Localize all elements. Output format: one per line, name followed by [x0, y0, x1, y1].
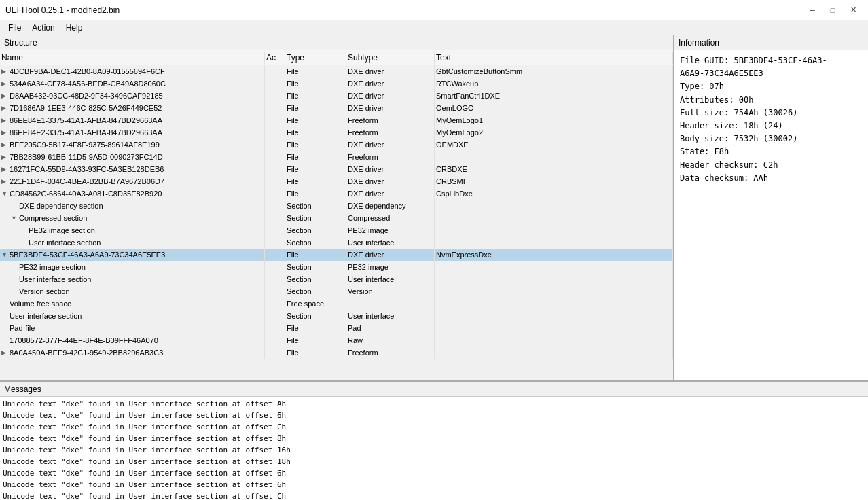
cell-text: OEMDXE	[435, 139, 673, 151]
cell-name: ▶ 4DCBF9BA-DEC1-42B0-8A09-01555694F6CF	[0, 65, 265, 77]
expand-icon[interactable]: ▶	[1, 117, 8, 124]
table-row[interactable]: ▶ 7BB28B99-61BB-11D5-9A5D-0090273FC14D F…	[0, 151, 673, 163]
cell-ac	[265, 249, 285, 261]
message-line: Unicode text "dxe" found in User interfa…	[3, 444, 865, 456]
table-row[interactable]: User interface section Section User inte…	[0, 236, 673, 249]
table-row[interactable]: ▶ 4DCBF9BA-DEC1-42B0-8A09-01555694F6CF F…	[0, 65, 673, 77]
cell-type: File	[285, 114, 346, 126]
maximize-button[interactable]: □	[823, 4, 842, 16]
table-row[interactable]: ▶ 86EE84E1-3375-41A1-AFBA-847BD29663AA F…	[0, 114, 673, 126]
cell-text: SmartFanCtrl1DXE	[435, 90, 673, 102]
cell-type: Section	[285, 224, 346, 236]
table-row[interactable]: ▼ CD84562C-6864-40A3-A081-C8D35E82B920 F…	[0, 188, 673, 200]
messages-content[interactable]: Unicode text "dxe" found in User interfa…	[0, 397, 868, 500]
cell-name: ▼ Compressed section	[0, 212, 265, 224]
expand-icon[interactable]: ▶	[1, 154, 8, 160]
info-line: A6A9-73C34A6E5EE3	[680, 67, 863, 80]
cell-ac	[265, 236, 285, 249]
expand-icon[interactable]: ▶	[1, 80, 8, 87]
table-row[interactable]: 17088572-377F-44EF-8F4E-B09FFF46A070 Fil…	[0, 334, 673, 346]
cell-subtype: Freeform	[346, 346, 435, 359]
cell-name: ▶ 16271FCA-55D9-4A33-93FC-5A3EB128DEB6	[0, 163, 265, 175]
cell-type: File	[285, 65, 346, 77]
table-row[interactable]: ▶ 86EE84E2-3375-41A1-AFBA-847BD29663AA F…	[0, 126, 673, 139]
expand-icon[interactable]: ▶	[1, 68, 8, 75]
expand-icon[interactable]: ▶	[1, 141, 8, 148]
table-row[interactable]: ▶ 221F1D4F-034C-4BEA-B2BB-B7A9672B06D7 F…	[0, 175, 673, 188]
cell-name: Volume free space	[0, 298, 265, 310]
cell-name: ▶ 221F1D4F-034C-4BEA-B2BB-B7A9672B06D7	[0, 175, 265, 188]
table-row[interactable]: ▶ D8AAB432-93CC-48D2-9F34-3496CAF92185 F…	[0, 90, 673, 102]
table-row[interactable]: User interface section Section User inte…	[0, 310, 673, 322]
cell-type: File	[285, 334, 346, 346]
menu-file[interactable]: File	[3, 20, 26, 35]
info-line: Header checksum: C2h	[680, 159, 863, 172]
cell-type: Section	[285, 261, 346, 273]
table-row[interactable]: PE32 image section Section PE32 image	[0, 261, 673, 273]
table-row[interactable]: ▶ 534A6A34-CF78-4A56-BEDB-CB49A8D8060C F…	[0, 77, 673, 90]
expand-icon[interactable]: ▶	[1, 349, 8, 356]
cell-text	[435, 236, 673, 249]
cell-name: PE32 image section	[0, 261, 265, 273]
expand-icon[interactable]: ▼	[1, 190, 8, 197]
minimize-button[interactable]: ─	[803, 4, 822, 16]
table-row[interactable]: ▼ 5BE3BDF4-53CF-46A3-A6A9-73C34A6E5EE3 F…	[0, 249, 673, 261]
table-row[interactable]: User interface section Section User inte…	[0, 273, 673, 285]
expand-icon[interactable]: ▶	[1, 178, 8, 185]
cell-text	[435, 298, 673, 310]
col-header-text: Text	[435, 52, 673, 64]
cell-text: RTCWakeup	[435, 77, 673, 90]
table-row[interactable]: Version section Section Version	[0, 285, 673, 298]
cell-text	[435, 310, 673, 322]
cell-type: Section	[285, 200, 346, 212]
info-line: State: F8h	[680, 145, 863, 158]
cell-name: ▶ 7BB28B99-61BB-11D5-9A5D-0090273FC14D	[0, 151, 265, 163]
table-row[interactable]: ▶ 16271FCA-55D9-4A33-93FC-5A3EB128DEB6 F…	[0, 163, 673, 175]
table-row[interactable]: ▶ 7D1686A9-1EE3-446C-825C-5A26F449CE52 F…	[0, 102, 673, 114]
expand-icon[interactable]: ▼	[11, 215, 18, 221]
info-line: Type: 07h	[680, 80, 863, 93]
cell-subtype: Compressed	[346, 212, 435, 224]
table-row[interactable]: ▶ 8A0A450A-BEE9-42C1-9549-2BB8296AB3C3 F…	[0, 346, 673, 359]
cell-text: CRBSMI	[435, 175, 673, 188]
cell-name: 17088572-377F-44EF-8F4E-B09FFF46A070	[0, 334, 265, 346]
structure-header: Structure	[0, 35, 673, 50]
menu-bar: File Action Help	[0, 20, 868, 35]
table-row[interactable]: ▶ BFE205C9-5B17-4F8F-9375-89614AF8E199 F…	[0, 139, 673, 151]
menu-help[interactable]: Help	[60, 20, 88, 35]
message-line: Unicode text "dxe" found in User interfa…	[3, 467, 865, 479]
cell-type: File	[285, 346, 346, 359]
cell-text	[435, 322, 673, 334]
cell-subtype: DXE driver	[346, 163, 435, 175]
info-line: Header size: 18h (24)	[680, 120, 863, 132]
info-line: Attributes: 00h	[680, 94, 863, 107]
tree-scroll[interactable]: ▶ 4DCBF9BA-DEC1-42B0-8A09-01555694F6CF F…	[0, 65, 673, 380]
table-row[interactable]: Pad-file File Pad	[0, 322, 673, 334]
expand-icon[interactable]: ▼	[1, 251, 8, 258]
close-button[interactable]: ✕	[844, 4, 863, 16]
title-bar: UEFITool 0.25.1 - modified2.bin ─ □ ✕	[0, 0, 868, 20]
cell-ac	[265, 102, 285, 114]
cell-name: ▶ 86EE84E1-3375-41A1-AFBA-847BD29663AA	[0, 114, 265, 126]
info-line: Body size: 7532h (30002)	[680, 132, 863, 145]
table-row[interactable]: ▼ Compressed section Section Compressed	[0, 212, 673, 224]
table-row[interactable]: PE32 image section Section PE32 image	[0, 224, 673, 236]
info-line: Full size: 754Ah (30026)	[680, 107, 863, 120]
table-row[interactable]: Volume free space Free space	[0, 298, 673, 310]
expand-icon[interactable]: ▶	[1, 105, 8, 111]
info-content: File GUID: 5BE3BDF4-53CF-46A3-A6A9-73C34…	[674, 50, 868, 380]
expand-icon[interactable]: ▶	[1, 129, 8, 136]
cell-type: Free space	[285, 298, 346, 310]
cell-type: File	[285, 126, 346, 139]
cell-name: ▶ 534A6A34-CF78-4A56-BEDB-CB49A8D8060C	[0, 77, 265, 90]
table-row[interactable]: DXE dependency section Section DXE depen…	[0, 200, 673, 212]
expand-icon[interactable]: ▶	[1, 166, 8, 173]
menu-action[interactable]: Action	[26, 20, 60, 35]
cell-subtype: DXE driver	[346, 90, 435, 102]
structure-panel: Structure Name Ac Type Subtype Text ▶ 4D…	[0, 35, 674, 380]
expand-icon[interactable]: ▶	[1, 92, 8, 99]
cell-subtype: DXE driver	[346, 77, 435, 90]
cell-subtype: DXE driver	[346, 102, 435, 114]
message-line: Unicode text "dxe" found in User interfa…	[3, 456, 865, 467]
cell-text	[435, 212, 673, 224]
